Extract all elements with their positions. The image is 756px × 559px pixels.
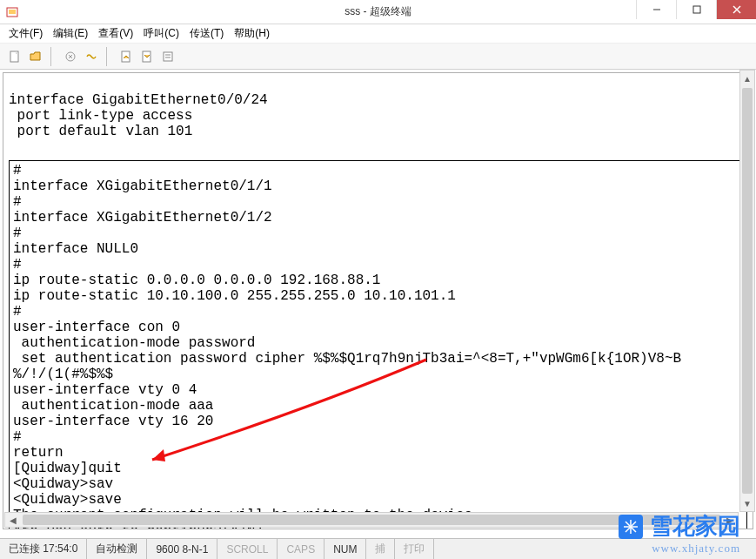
window-title: sss - 超级终端 (345, 4, 411, 19)
menu-file[interactable]: 文件(F) (5, 24, 46, 43)
scroll-right-icon[interactable]: ▶ (722, 513, 738, 527)
status-baud: 9600 8-N-1 (147, 539, 217, 559)
scroll-up-icon[interactable]: ▲ (740, 71, 754, 86)
status-connection: 已连接 17:54:0 (0, 539, 87, 559)
title-bar: sss - 超级终端 (0, 0, 756, 24)
send-icon[interactable] (117, 47, 136, 66)
menu-call[interactable]: 呼叫(C) (140, 24, 183, 43)
svg-rect-3 (693, 6, 700, 13)
scroll-thumb[interactable] (742, 88, 753, 494)
window-controls (636, 0, 756, 19)
toolbar-separator (106, 47, 111, 66)
app-icon (0, 5, 24, 19)
status-scroll: SCROLL (217, 539, 278, 559)
properties-icon[interactable] (158, 47, 177, 66)
vertical-scrollbar[interactable]: ▲ ▼ (739, 70, 755, 512)
svg-rect-1 (9, 10, 16, 14)
terminal-content[interactable]: interface GigabitEthernet0/0/24 port lin… (3, 72, 753, 529)
menu-bar: 文件(F) 编辑(E) 查看(V) 呼叫(C) 传送(T) 帮助(H) (0, 24, 756, 44)
menu-help[interactable]: 帮助(H) (231, 24, 273, 43)
status-detect: 自动检测 (87, 539, 147, 559)
status-capture: 捕 (366, 539, 395, 559)
minimize-button[interactable] (636, 0, 676, 19)
terminal-box: # interface XGigabitEthernet0/1/1 # inte… (9, 160, 747, 529)
disconnect-icon[interactable] (82, 47, 101, 66)
horizontal-scrollbar[interactable]: ◀ ▶ (4, 512, 739, 528)
close-button[interactable] (716, 0, 756, 19)
menu-edit[interactable]: 编辑(E) (50, 24, 91, 43)
menu-transfer[interactable]: 传送(T) (186, 24, 227, 43)
scroll-down-icon[interactable]: ▼ (740, 495, 754, 511)
status-num: NUM (324, 539, 366, 559)
open-icon[interactable] (26, 47, 45, 66)
receive-icon[interactable] (137, 47, 157, 66)
new-doc-icon[interactable] (5, 47, 24, 66)
svg-rect-10 (164, 52, 172, 61)
status-caps: CAPS (278, 539, 324, 559)
status-bar: 已连接 17:54:0 自动检测 9600 8-N-1 SCROLL CAPS … (0, 538, 756, 559)
connect-icon[interactable] (61, 47, 80, 66)
maximize-button[interactable] (676, 0, 716, 19)
toolbar (0, 44, 756, 70)
scroll-thumb[interactable] (23, 515, 720, 525)
terminal-box-text: # interface XGigabitEthernet0/1/1 # inte… (13, 163, 681, 529)
scroll-left-icon[interactable]: ◀ (5, 513, 21, 527)
terminal-top-block: interface GigabitEthernet0/0/24 port lin… (9, 92, 747, 139)
menu-view[interactable]: 查看(V) (95, 24, 137, 43)
status-print: 打印 (395, 539, 434, 559)
toolbar-separator (50, 47, 56, 66)
